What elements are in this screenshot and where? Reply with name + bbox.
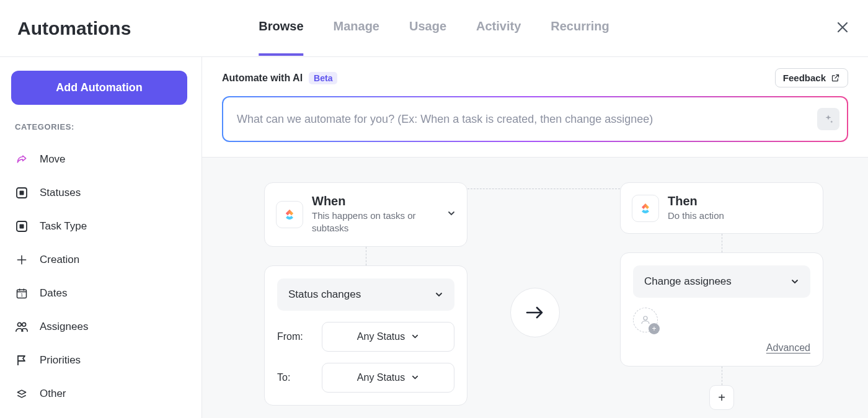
add-assignee-button[interactable]: + <box>633 308 658 332</box>
sidebar-item-task-type[interactable]: Task Type <box>11 210 190 243</box>
main: Automate with AI Beta Feedback <box>202 57 868 418</box>
chevron-down-icon[interactable] <box>447 209 456 220</box>
stack-icon <box>15 387 29 401</box>
flag-icon <box>15 354 29 367</box>
tab-usage[interactable]: Usage <box>409 19 446 37</box>
to-status-value: Any Status <box>357 372 405 383</box>
sidebar-item-move[interactable]: Move <box>11 143 190 176</box>
chevron-down-icon <box>790 277 799 286</box>
from-status-select[interactable]: Any Status <box>322 322 454 352</box>
app-logo-icon <box>632 195 659 222</box>
feedback-button[interactable]: Feedback <box>775 68 848 87</box>
sparkle-icon <box>823 113 834 125</box>
svg-point-6 <box>17 322 21 326</box>
vertical-connector <box>366 247 366 265</box>
plus-outline-icon <box>15 253 29 267</box>
from-status-value: Any Status <box>357 331 405 342</box>
action-card: Change assignees + Advanced <box>620 252 823 367</box>
sidebar-item-creation[interactable]: Creation <box>11 243 190 277</box>
sidebar-item-label: Priorities <box>40 354 81 367</box>
when-column: When This happens on tasks or subtasks S… <box>264 182 467 410</box>
tab-browse[interactable]: Browse <box>259 19 303 37</box>
chevron-down-icon <box>411 373 419 381</box>
action-type-select[interactable]: Change assignees <box>633 265 810 298</box>
trigger-type-select[interactable]: Status changes <box>277 278 454 311</box>
tab-activity[interactable]: Activity <box>476 19 521 37</box>
automation-canvas: When This happens on tasks or subtasks S… <box>202 158 868 418</box>
add-action-button[interactable]: + <box>709 385 734 410</box>
vertical-connector <box>722 234 722 252</box>
horizontal-connector <box>467 189 620 189</box>
advanced-link[interactable]: Advanced <box>633 342 810 354</box>
trigger-type-label: Status changes <box>288 288 361 301</box>
chevron-down-icon <box>411 332 419 340</box>
then-subtitle: Do this action <box>668 210 724 222</box>
page-title: Automations <box>17 18 131 39</box>
sidebar-item-dates[interactable]: 1 Dates <box>11 277 190 310</box>
sidebar-item-label: Task Type <box>40 220 87 233</box>
svg-rect-3 <box>20 225 24 229</box>
tab-recurring[interactable]: Recurring <box>551 19 609 37</box>
then-card[interactable]: Then Do this action <box>620 182 823 234</box>
share-arrow-icon <box>15 153 29 166</box>
sidebar-item-label: Other <box>40 388 66 400</box>
ai-bar: Automate with AI Beta Feedback <box>202 57 868 158</box>
header: Automations Browse Manage Usage Activity… <box>0 0 868 57</box>
from-label: From: <box>277 331 312 342</box>
person-icon <box>640 314 651 326</box>
vertical-connector <box>722 367 722 385</box>
ai-generate-button[interactable] <box>817 108 839 130</box>
sidebar-item-label: Statuses <box>40 187 81 199</box>
feedback-label: Feedback <box>783 73 826 83</box>
ai-prompt-input[interactable] <box>237 113 817 126</box>
when-title: When <box>312 194 438 208</box>
to-label: To: <box>277 372 312 383</box>
sidebar-item-label: Dates <box>40 287 67 300</box>
sidebar-item-label: Move <box>40 153 66 166</box>
square-dot-icon <box>15 186 29 200</box>
app-logo-icon <box>276 201 303 228</box>
sidebar-item-assignees[interactable]: Assignees <box>11 310 190 344</box>
svg-rect-1 <box>20 191 24 195</box>
beta-badge: Beta <box>309 72 337 84</box>
calendar-icon: 1 <box>15 287 29 300</box>
ai-label: Automate with AI Beta <box>222 72 337 84</box>
then-title: Then <box>668 194 724 208</box>
people-icon <box>15 320 29 334</box>
sidebar-item-label: Assignees <box>40 321 88 333</box>
svg-point-8 <box>644 316 647 320</box>
svg-point-7 <box>22 322 26 326</box>
to-status-select[interactable]: Any Status <box>322 363 454 393</box>
plus-badge-icon: + <box>649 323 660 334</box>
tab-manage[interactable]: Manage <box>334 19 379 37</box>
ai-label-text: Automate with AI <box>222 73 303 84</box>
ai-input-border <box>222 96 848 142</box>
sidebar-item-label: Creation <box>40 254 79 266</box>
sidebar-item-statuses[interactable]: Statuses <box>11 176 190 210</box>
sidebar-item-other[interactable]: Other <box>11 377 190 411</box>
sidebar-item-priorities[interactable]: Priorities <box>11 344 190 377</box>
trigger-card: Status changes From: Any Status To: <box>264 265 467 406</box>
categories-heading: CATEGORIES: <box>11 122 190 131</box>
action-type-label: Change assignees <box>644 275 732 288</box>
square-dot-icon <box>15 220 29 233</box>
when-subtitle: This happens on tasks or subtasks <box>312 210 438 235</box>
flow-arrow <box>510 288 560 337</box>
then-column: Then Do this action Change assignees <box>620 182 823 410</box>
add-automation-button[interactable]: Add Automation <box>11 71 187 105</box>
external-link-icon <box>831 73 840 82</box>
when-card[interactable]: When This happens on tasks or subtasks <box>264 182 467 247</box>
svg-text:1: 1 <box>20 293 23 297</box>
tabs: Browse Manage Usage Activity Recurring <box>259 19 609 37</box>
sidebar: Add Automation CATEGORIES: Move Statuses… <box>0 57 202 418</box>
chevron-down-icon <box>435 290 443 299</box>
close-icon[interactable] <box>837 20 848 37</box>
